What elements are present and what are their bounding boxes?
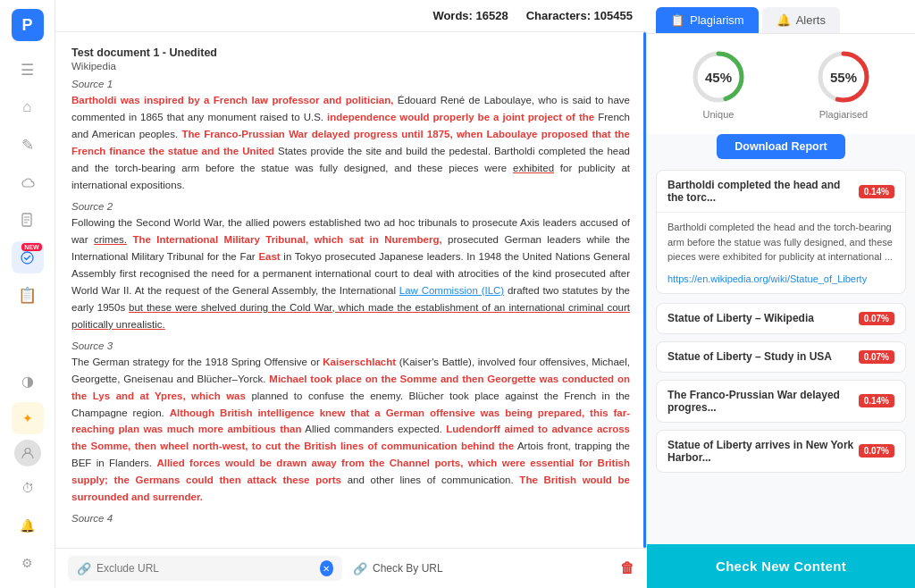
doc-wiki-source: Wikipedia [71,61,630,71]
sidebar-item-check[interactable]: NEW [12,241,44,273]
url-bar: 🔗 ✕ 🔗 Check By URL 🗑 [55,548,647,588]
word-count: Words: 16528 [432,9,508,22]
result-pct-0: 0.14% [859,185,894,198]
doc-title: Test document 1 - Unedited [71,46,630,59]
result-title-1: Statue of Liberty – Wikipedia [667,312,814,324]
sidebar-item-theme[interactable]: ◑ [12,365,44,397]
tabs-bar: 📋 Plagiarism 🔔 Alerts [647,0,915,34]
source-1-label: Source 1 [71,79,630,89]
source-3-text: The German strategy for the 1918 Spring … [71,354,630,507]
app-logo: P [12,9,44,41]
exclude-url-input[interactable] [97,562,315,575]
result-link-0[interactable]: https://en.wikipedia.org/wiki/Statue_of_… [667,273,867,284]
plagiarised-stat: 55% Plagiarised [815,48,872,120]
sidebar: P ☰ ⌂ ✎ NEW 📋 ◑ ✦ ⏱ 🔔 ⚙ [0,0,55,588]
exclude-url-wrap: 🔗 ✕ [68,556,342,581]
document-panel: Test document 1 - Unedited Wikipedia Sou… [55,32,647,548]
sidebar-item-bell[interactable]: 🔔 [12,509,44,542]
unique-pct: 45% [705,70,732,85]
unique-label: Unique [703,109,735,120]
result-pct-4: 0.07% [859,444,894,458]
stats-circles: 45% Unique 55% Plagiarised [647,34,915,134]
tab-alerts[interactable]: 🔔 Alerts [762,7,840,33]
source-1-text: Bartholdi was inspired by a French law p… [71,92,630,194]
result-title-4: Statue of Liberty arrives in New York Ha… [667,439,859,464]
result-item-2[interactable]: Statue of Liberty – Study in USA 0.07% [656,341,906,373]
results-list: Bartholdi completed the head and the tor… [647,170,915,544]
content-area: Test document 1 - Unedited Wikipedia Sou… [55,32,647,548]
alerts-tab-label: Alerts [796,13,826,27]
source-2-text: Following the Second World War, the alli… [71,214,630,333]
main-area: Words: 16528 Characters: 105455 Test doc… [55,0,647,588]
result-body-text-0: Bartholdi completed the head and the tor… [667,220,894,265]
plagiarised-pct: 55% [830,70,857,85]
sidebar-item-document[interactable] [12,204,44,236]
char-count: Characters: 105455 [526,9,633,22]
sidebar-item-clipboard[interactable]: 📋 [12,279,44,311]
plagiarised-label: Plagiarised [819,109,868,120]
result-body-0: Bartholdi completed the head and the tor… [657,212,905,293]
plagiarism-tab-icon: 📋 [670,13,684,27]
result-pct-2: 0.07% [859,350,894,364]
tab-plagiarism[interactable]: 📋 Plagiarism [656,7,759,33]
sidebar-item-star[interactable]: ✦ [12,402,44,434]
result-header-0[interactable]: Bartholdi completed the head and the tor… [657,171,905,212]
unique-stat: 45% Unique [690,48,747,120]
sidebar-item-history[interactable]: ⏱ [12,472,44,504]
check-by-url-wrap: 🔗 Check By URL [353,562,609,575]
sidebar-item-menu[interactable]: ☰ [12,54,44,86]
link-icon-2: 🔗 [353,562,367,575]
result-pct-3: 0.14% [859,394,894,407]
right-panel: 📋 Plagiarism 🔔 Alerts 45% Unique [647,0,915,588]
clear-icon[interactable]: 🗑 [620,560,634,576]
result-item-4[interactable]: Statue of Liberty arrives in New York Ha… [656,430,906,473]
stats-area: Words: 16528 Characters: 105455 [432,9,633,22]
download-report-button[interactable]: Download Report [717,134,844,159]
result-item-0: Bartholdi completed the head and the tor… [656,170,906,294]
sidebar-item-cloud[interactable] [12,166,44,198]
exclude-url-clear[interactable]: ✕ [320,560,333,576]
result-pct-1: 0.07% [859,312,894,325]
plagiarism-tab-label: Plagiarism [690,13,744,27]
source-3-label: Source 3 [71,340,630,351]
source-4-label: Source 4 [71,513,630,524]
topbar: Words: 16528 Characters: 105455 [55,0,647,32]
sidebar-item-home[interactable]: ⌂ [12,91,44,123]
sidebar-item-avatar[interactable] [14,440,41,466]
result-title-2: Statue of Liberty – Study in USA [667,350,832,363]
source-2-label: Source 2 [71,201,630,212]
result-item-3[interactable]: The Franco-Prussian War delayed progres.… [656,380,906,423]
sidebar-item-edit[interactable]: ✎ [12,129,44,161]
link-icon: 🔗 [77,562,91,575]
check-by-url-label: Check By URL [373,562,443,575]
check-new-content-button[interactable]: Check New Content [647,544,915,588]
result-title-3: The Franco-Prussian War delayed progres.… [667,389,859,414]
sidebar-item-settings[interactable]: ⚙ [12,547,44,579]
result-item-1[interactable]: Statue of Liberty – Wikipedia 0.07% [656,303,906,334]
result-title-0: Bartholdi completed the head and the tor… [667,179,859,204]
alerts-tab-icon: 🔔 [776,13,791,27]
